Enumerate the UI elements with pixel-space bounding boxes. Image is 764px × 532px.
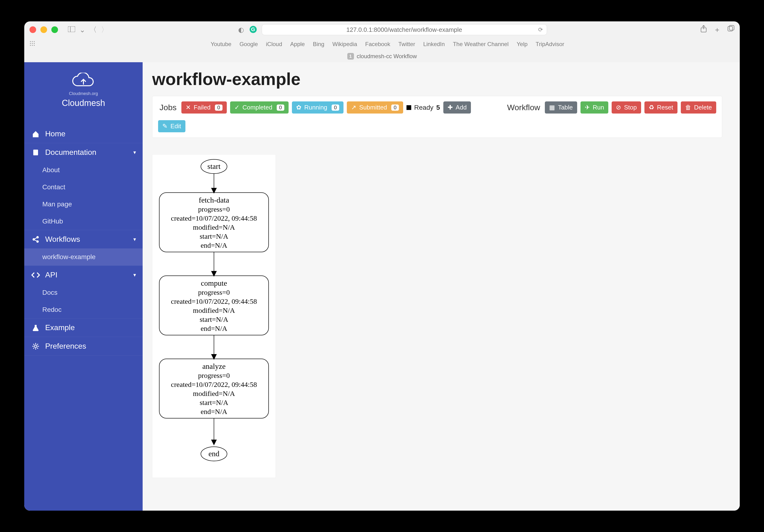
forward-button: 〉 <box>101 25 108 35</box>
count-badge: 0 <box>215 104 223 111</box>
sidebar-subitem-contact[interactable]: Contact <box>24 179 143 196</box>
bookmark-link[interactable]: Bing <box>313 41 324 48</box>
jobs-label: Jobs <box>159 103 177 112</box>
status-count: 5 <box>436 104 440 111</box>
ready-status: Ready 5 <box>407 104 440 111</box>
button-label: Stop <box>624 104 637 111</box>
sidebar-item-home[interactable]: Home <box>24 125 143 143</box>
submitted-button[interactable]: ↗ Submitted 0 <box>347 101 403 113</box>
apps-grid-icon[interactable] <box>30 41 35 48</box>
maximize-window-button[interactable] <box>51 26 58 33</box>
table-button[interactable]: ▦ Table <box>545 101 577 113</box>
svg-point-13 <box>32 45 33 46</box>
chevron-down-icon: ▾ <box>133 149 136 156</box>
bookmark-link[interactable]: The Weather Channel <box>453 41 508 48</box>
svg-line-21 <box>35 240 37 241</box>
window-controls <box>30 26 58 33</box>
node-progress: progress=0 <box>198 205 230 213</box>
svg-line-28 <box>37 348 38 349</box>
bookmark-link[interactable]: iCloud <box>266 41 282 48</box>
node-start: start=N/A <box>200 232 229 240</box>
completed-button[interactable]: ✓ Completed 0 <box>230 101 288 113</box>
svg-line-29 <box>33 348 34 349</box>
node-name: fetch-data <box>199 196 229 204</box>
bookmark-link[interactable]: Wikipedia <box>332 41 357 48</box>
bookmark-link[interactable]: Yelp <box>517 41 528 48</box>
sidebar-item-example[interactable]: Example <box>24 319 143 337</box>
minimize-window-button[interactable] <box>40 26 47 33</box>
run-button[interactable]: ✈ Run <box>581 101 609 113</box>
shield-icon[interactable]: ◐ <box>238 26 244 34</box>
add-button[interactable]: ✚ Add <box>443 101 471 113</box>
status-label: Ready <box>414 104 433 111</box>
bookmark-link[interactable]: Twitter <box>398 41 415 48</box>
bookmark-link[interactable]: Google <box>239 41 258 48</box>
address-bar[interactable]: ◐ G 127.0.0.1:8000/watcher/workflow-exam… <box>262 24 547 35</box>
book-icon <box>31 149 40 156</box>
grammarly-icon[interactable]: G <box>250 26 257 33</box>
sidebar-subitem-redoc[interactable]: Redoc <box>24 301 143 318</box>
node-start: start=N/A <box>200 399 229 406</box>
refresh-icon[interactable]: ⟳ <box>538 26 543 33</box>
share-icon[interactable] <box>700 25 707 35</box>
sidebar-toggle-icon[interactable] <box>68 26 75 34</box>
cloud-logo-icon <box>70 73 96 90</box>
sidebar-item-workflows[interactable]: Workflows ▾ <box>24 230 143 248</box>
close-window-button[interactable] <box>30 26 36 33</box>
trash-icon: 🗑 <box>685 104 691 111</box>
sidebar-subitem-about[interactable]: About <box>24 162 143 179</box>
failed-button[interactable]: ✕ Failed 0 <box>181 101 227 113</box>
bookmark-link[interactable]: LinkedIn <box>423 41 445 48</box>
back-button[interactable]: 〈 <box>90 25 97 35</box>
sidebar-subitem-manpage[interactable]: Man page <box>24 196 143 213</box>
reset-button[interactable]: ♻ Reset <box>645 101 677 113</box>
sidebar-item-label: Workflows <box>45 235 80 244</box>
sidebar-subitem-label: About <box>42 166 60 174</box>
node-modified: modified=N/A <box>193 223 235 231</box>
svg-rect-0 <box>68 26 75 32</box>
end-label: end <box>209 449 219 458</box>
button-label: Completed <box>243 104 273 111</box>
sidebar-item-label: Preferences <box>45 342 86 350</box>
address-bar-wrap: ◐ G 127.0.0.1:8000/watcher/workflow-exam… <box>111 24 697 35</box>
edit-button[interactable]: ✎ Edit <box>158 120 185 132</box>
app-body: Cloudmesh.org Cloudmesh Home <box>24 62 740 511</box>
tab-title[interactable]: cloudmesh-cc Workflow <box>357 53 417 60</box>
tab-count-badge: 1 <box>347 53 354 60</box>
sidebar-item-api[interactable]: API ▾ <box>24 266 143 284</box>
tabs-overview-icon[interactable] <box>727 25 734 35</box>
sidebar-subitem-label: Redoc <box>42 306 62 314</box>
stop-button[interactable]: ⊘ Stop <box>612 101 641 113</box>
sidebar-item-preferences[interactable]: Preferences <box>24 337 143 355</box>
brand-subtitle: Cloudmesh.org <box>24 91 143 96</box>
bookmark-link[interactable]: Apple <box>290 41 305 48</box>
bookmark-link[interactable]: TripAdvisor <box>535 41 564 48</box>
bookmark-link[interactable]: Youtube <box>211 41 231 48</box>
tab-bar: 1 cloudmesh-cc Workflow <box>24 50 740 62</box>
ban-icon: ⊘ <box>616 104 621 111</box>
new-tab-icon[interactable]: ＋ <box>714 25 721 35</box>
sidebar-subitem-workflow-example[interactable]: workflow-example <box>24 248 143 266</box>
sidebar-item-label: Home <box>45 129 65 138</box>
count-badge: 0 <box>277 104 284 111</box>
node-progress: progress=0 <box>198 371 230 379</box>
check-icon: ✓ <box>234 104 240 111</box>
delete-button[interactable]: 🗑 Delete <box>681 101 716 113</box>
brand: Cloudmesh.org Cloudmesh <box>24 67 143 115</box>
node-created: created=10/07/2022, 09:44:58 <box>171 214 257 222</box>
sidebar-subitem-docs[interactable]: Docs <box>24 284 143 301</box>
sidebar-subitem-label: Docs <box>42 289 58 296</box>
chevron-down-icon[interactable]: ⌄ <box>80 26 85 34</box>
running-button[interactable]: ✿ Running 0 <box>292 101 343 113</box>
svg-point-12 <box>30 45 31 46</box>
sidebar-subitem-github[interactable]: GitHub <box>24 213 143 230</box>
sidebar: Cloudmesh.org Cloudmesh Home <box>24 62 143 511</box>
home-icon <box>31 130 40 138</box>
x-icon: ✕ <box>186 104 191 111</box>
sidebar-item-documentation[interactable]: Documentation ▾ <box>24 143 143 162</box>
node-progress: progress=0 <box>198 288 230 296</box>
bookmark-link[interactable]: Facebook <box>365 41 390 48</box>
main-content: workflow-example Jobs ✕ Failed 0 ✓ Compl… <box>143 62 740 511</box>
svg-point-9 <box>30 43 31 44</box>
workflow-graph: start fetch-data progress=0 created=10/0… <box>152 154 276 478</box>
